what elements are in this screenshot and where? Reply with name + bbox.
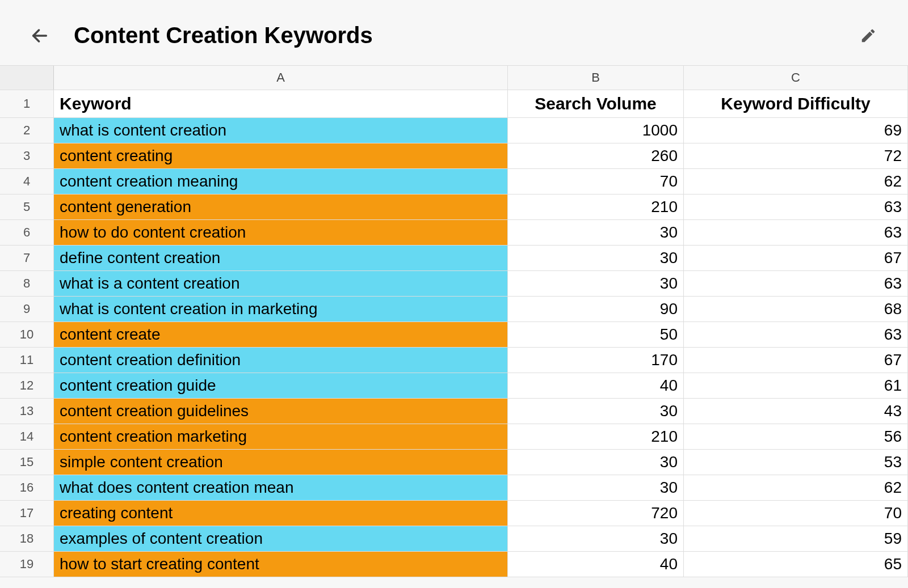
row-number[interactable]: 2 bbox=[0, 118, 54, 143]
cell-keyword-difficulty[interactable]: 56 bbox=[684, 424, 908, 449]
cell-keyword[interactable]: what is content creation in marketing bbox=[54, 297, 508, 322]
column-header-a[interactable]: A bbox=[54, 66, 508, 90]
row-number[interactable]: 8 bbox=[0, 271, 54, 296]
cell-search-volume[interactable]: 30 bbox=[508, 475, 684, 500]
cell-keyword-difficulty[interactable]: 61 bbox=[684, 373, 908, 398]
cell-keyword[interactable]: how to do content creation bbox=[54, 220, 508, 245]
table-row: 14content creation marketing21056 bbox=[0, 424, 908, 450]
cell-keyword-difficulty[interactable]: 59 bbox=[684, 526, 908, 551]
cell-search-volume[interactable]: 30 bbox=[508, 271, 684, 296]
table-row: 19how to start creating content4065 bbox=[0, 552, 908, 577]
table-row: 2what is content creation100069 bbox=[0, 118, 908, 143]
back-button[interactable] bbox=[28, 24, 51, 47]
header-keyword-difficulty[interactable]: Keyword Difficulty bbox=[684, 90, 908, 117]
table-row: 11content creation definition17067 bbox=[0, 348, 908, 373]
row-number[interactable]: 13 bbox=[0, 399, 54, 424]
cell-keyword[interactable]: what is a content creation bbox=[54, 271, 508, 296]
cell-keyword-difficulty[interactable]: 63 bbox=[684, 194, 908, 219]
table-row: 9what is content creation in marketing90… bbox=[0, 297, 908, 322]
cell-keyword[interactable]: what does content creation mean bbox=[54, 475, 508, 500]
table-row: 13content creation guidelines3043 bbox=[0, 399, 908, 424]
cell-keyword[interactable]: content creating bbox=[54, 143, 508, 168]
cell-keyword-difficulty[interactable]: 65 bbox=[684, 552, 908, 577]
row-number[interactable]: 6 bbox=[0, 220, 54, 245]
cell-search-volume[interactable]: 50 bbox=[508, 322, 684, 347]
column-headers-row: A B C bbox=[0, 65, 908, 90]
row-number[interactable]: 19 bbox=[0, 552, 54, 577]
row-number[interactable]: 5 bbox=[0, 194, 54, 219]
cell-search-volume[interactable]: 30 bbox=[508, 399, 684, 424]
cell-keyword-difficulty[interactable]: 63 bbox=[684, 220, 908, 245]
cell-keyword[interactable]: content creation definition bbox=[54, 348, 508, 373]
cell-keyword[interactable]: content generation bbox=[54, 194, 508, 219]
row-number[interactable]: 12 bbox=[0, 373, 54, 398]
cell-search-volume[interactable]: 30 bbox=[508, 246, 684, 270]
column-header-c[interactable]: C bbox=[684, 66, 908, 90]
table-row: 15simple content creation3053 bbox=[0, 450, 908, 475]
cell-search-volume[interactable]: 40 bbox=[508, 552, 684, 577]
table-row: 4content creation meaning7062 bbox=[0, 169, 908, 194]
header-keyword[interactable]: Keyword bbox=[54, 90, 508, 117]
cell-search-volume[interactable]: 210 bbox=[508, 194, 684, 219]
cell-search-volume[interactable]: 30 bbox=[508, 450, 684, 475]
row-number[interactable]: 7 bbox=[0, 246, 54, 270]
cell-search-volume[interactable]: 720 bbox=[508, 501, 684, 526]
row-number[interactable]: 3 bbox=[0, 143, 54, 168]
cell-keyword-difficulty[interactable]: 62 bbox=[684, 169, 908, 194]
cell-keyword[interactable]: content create bbox=[54, 322, 508, 347]
row-number[interactable]: 14 bbox=[0, 424, 54, 449]
row-number[interactable]: 4 bbox=[0, 169, 54, 194]
cell-keyword[interactable]: creating content bbox=[54, 501, 508, 526]
column-header-b[interactable]: B bbox=[508, 66, 684, 90]
table-row: 16what does content creation mean3062 bbox=[0, 475, 908, 501]
cell-keyword[interactable]: define content creation bbox=[54, 246, 508, 270]
row-number[interactable]: 10 bbox=[0, 322, 54, 347]
table-row: 18examples of content creation3059 bbox=[0, 526, 908, 552]
cell-keyword[interactable]: content creation marketing bbox=[54, 424, 508, 449]
cell-search-volume[interactable]: 30 bbox=[508, 220, 684, 245]
cell-search-volume[interactable]: 170 bbox=[508, 348, 684, 373]
cell-keyword-difficulty[interactable]: 69 bbox=[684, 118, 908, 143]
table-row: 8what is a content creation3063 bbox=[0, 271, 908, 297]
cell-search-volume[interactable]: 70 bbox=[508, 169, 684, 194]
table-header-row: 1 Keyword Search Volume Keyword Difficul… bbox=[0, 90, 908, 118]
table-row: 6how to do content creation3063 bbox=[0, 220, 908, 246]
cell-keyword-difficulty[interactable]: 53 bbox=[684, 450, 908, 475]
page-header: Content Creation Keywords bbox=[0, 0, 908, 65]
cell-keyword-difficulty[interactable]: 72 bbox=[684, 143, 908, 168]
cell-keyword[interactable]: content creation meaning bbox=[54, 169, 508, 194]
pencil-icon bbox=[860, 27, 877, 44]
cell-keyword-difficulty[interactable]: 63 bbox=[684, 322, 908, 347]
cell-keyword[interactable]: what is content creation bbox=[54, 118, 508, 143]
cell-keyword-difficulty[interactable]: 70 bbox=[684, 501, 908, 526]
cell-keyword-difficulty[interactable]: 67 bbox=[684, 348, 908, 373]
cell-keyword[interactable]: simple content creation bbox=[54, 450, 508, 475]
cell-keyword[interactable]: how to start creating content bbox=[54, 552, 508, 577]
row-number[interactable]: 17 bbox=[0, 501, 54, 526]
row-number[interactable]: 9 bbox=[0, 297, 54, 322]
header-search-volume[interactable]: Search Volume bbox=[508, 90, 684, 117]
cell-keyword[interactable]: content creation guide bbox=[54, 373, 508, 398]
row-number[interactable]: 16 bbox=[0, 475, 54, 500]
row-number[interactable]: 18 bbox=[0, 526, 54, 551]
cell-search-volume[interactable]: 260 bbox=[508, 143, 684, 168]
edit-button[interactable] bbox=[857, 24, 880, 47]
cell-search-volume[interactable]: 40 bbox=[508, 373, 684, 398]
table-row: 10content create5063 bbox=[0, 322, 908, 348]
cell-keyword-difficulty[interactable]: 62 bbox=[684, 475, 908, 500]
cell-search-volume[interactable]: 30 bbox=[508, 526, 684, 551]
cell-keyword[interactable]: content creation guidelines bbox=[54, 399, 508, 424]
row-number[interactable]: 15 bbox=[0, 450, 54, 475]
row-number[interactable]: 11 bbox=[0, 348, 54, 373]
cell-search-volume[interactable]: 210 bbox=[508, 424, 684, 449]
row-number[interactable]: 1 bbox=[0, 90, 54, 117]
cell-keyword-difficulty[interactable]: 67 bbox=[684, 246, 908, 270]
cell-search-volume[interactable]: 1000 bbox=[508, 118, 684, 143]
select-all-corner[interactable] bbox=[0, 66, 54, 90]
cell-keyword-difficulty[interactable]: 68 bbox=[684, 297, 908, 322]
cell-search-volume[interactable]: 90 bbox=[508, 297, 684, 322]
table-row: 3content creating26072 bbox=[0, 143, 908, 169]
cell-keyword-difficulty[interactable]: 43 bbox=[684, 399, 908, 424]
cell-keyword-difficulty[interactable]: 63 bbox=[684, 271, 908, 296]
cell-keyword[interactable]: examples of content creation bbox=[54, 526, 508, 551]
